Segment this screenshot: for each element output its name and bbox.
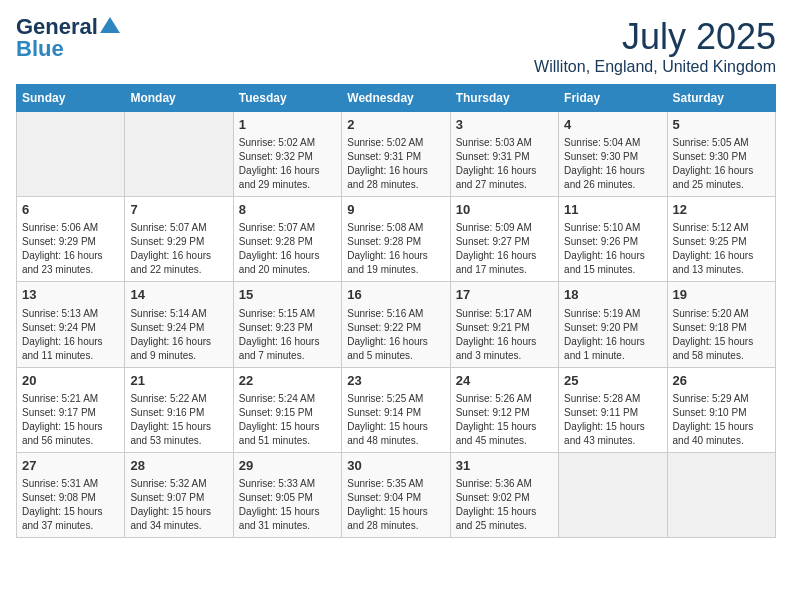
calendar-cell: 19Sunrise: 5:20 AMSunset: 9:18 PMDayligh… <box>667 282 775 367</box>
dow-header-saturday: Saturday <box>667 85 775 112</box>
day-info: Sunrise: 5:24 AMSunset: 9:15 PMDaylight:… <box>239 392 336 448</box>
day-info: Sunrise: 5:09 AMSunset: 9:27 PMDaylight:… <box>456 221 553 277</box>
calendar-cell: 8Sunrise: 5:07 AMSunset: 9:28 PMDaylight… <box>233 197 341 282</box>
day-info: Sunrise: 5:35 AMSunset: 9:04 PMDaylight:… <box>347 477 444 533</box>
calendar-cell: 28Sunrise: 5:32 AMSunset: 9:07 PMDayligh… <box>125 452 233 537</box>
calendar-cell: 14Sunrise: 5:14 AMSunset: 9:24 PMDayligh… <box>125 282 233 367</box>
calendar-cell <box>125 112 233 197</box>
calendar-cell: 16Sunrise: 5:16 AMSunset: 9:22 PMDayligh… <box>342 282 450 367</box>
day-info: Sunrise: 5:22 AMSunset: 9:16 PMDaylight:… <box>130 392 227 448</box>
day-number: 29 <box>239 457 336 475</box>
calendar-cell: 7Sunrise: 5:07 AMSunset: 9:29 PMDaylight… <box>125 197 233 282</box>
calendar-cell: 4Sunrise: 5:04 AMSunset: 9:30 PMDaylight… <box>559 112 667 197</box>
calendar-cell: 23Sunrise: 5:25 AMSunset: 9:14 PMDayligh… <box>342 367 450 452</box>
calendar-cell: 22Sunrise: 5:24 AMSunset: 9:15 PMDayligh… <box>233 367 341 452</box>
day-info: Sunrise: 5:03 AMSunset: 9:31 PMDaylight:… <box>456 136 553 192</box>
day-number: 24 <box>456 372 553 390</box>
day-info: Sunrise: 5:05 AMSunset: 9:30 PMDaylight:… <box>673 136 770 192</box>
day-info: Sunrise: 5:16 AMSunset: 9:22 PMDaylight:… <box>347 307 444 363</box>
calendar-cell <box>559 452 667 537</box>
calendar-cell: 30Sunrise: 5:35 AMSunset: 9:04 PMDayligh… <box>342 452 450 537</box>
calendar-cell: 18Sunrise: 5:19 AMSunset: 9:20 PMDayligh… <box>559 282 667 367</box>
calendar-cell: 25Sunrise: 5:28 AMSunset: 9:11 PMDayligh… <box>559 367 667 452</box>
logo-text-blue: Blue <box>16 38 64 60</box>
day-info: Sunrise: 5:29 AMSunset: 9:10 PMDaylight:… <box>673 392 770 448</box>
day-info: Sunrise: 5:14 AMSunset: 9:24 PMDaylight:… <box>130 307 227 363</box>
calendar-cell: 24Sunrise: 5:26 AMSunset: 9:12 PMDayligh… <box>450 367 558 452</box>
day-number: 10 <box>456 201 553 219</box>
day-number: 12 <box>673 201 770 219</box>
day-number: 26 <box>673 372 770 390</box>
day-info: Sunrise: 5:31 AMSunset: 9:08 PMDaylight:… <box>22 477 119 533</box>
day-number: 9 <box>347 201 444 219</box>
day-number: 25 <box>564 372 661 390</box>
day-number: 22 <box>239 372 336 390</box>
calendar-cell: 1Sunrise: 5:02 AMSunset: 9:32 PMDaylight… <box>233 112 341 197</box>
day-number: 23 <box>347 372 444 390</box>
calendar-cell: 12Sunrise: 5:12 AMSunset: 9:25 PMDayligh… <box>667 197 775 282</box>
day-info: Sunrise: 5:06 AMSunset: 9:29 PMDaylight:… <box>22 221 119 277</box>
dow-header-wednesday: Wednesday <box>342 85 450 112</box>
day-info: Sunrise: 5:20 AMSunset: 9:18 PMDaylight:… <box>673 307 770 363</box>
calendar-cell: 15Sunrise: 5:15 AMSunset: 9:23 PMDayligh… <box>233 282 341 367</box>
calendar-cell <box>667 452 775 537</box>
day-number: 16 <box>347 286 444 304</box>
day-info: Sunrise: 5:12 AMSunset: 9:25 PMDaylight:… <box>673 221 770 277</box>
day-number: 19 <box>673 286 770 304</box>
day-number: 2 <box>347 116 444 134</box>
day-info: Sunrise: 5:17 AMSunset: 9:21 PMDaylight:… <box>456 307 553 363</box>
day-number: 30 <box>347 457 444 475</box>
calendar-cell: 27Sunrise: 5:31 AMSunset: 9:08 PMDayligh… <box>17 452 125 537</box>
dow-header-monday: Monday <box>125 85 233 112</box>
day-number: 7 <box>130 201 227 219</box>
calendar-cell: 5Sunrise: 5:05 AMSunset: 9:30 PMDaylight… <box>667 112 775 197</box>
day-info: Sunrise: 5:28 AMSunset: 9:11 PMDaylight:… <box>564 392 661 448</box>
day-number: 28 <box>130 457 227 475</box>
day-number: 11 <box>564 201 661 219</box>
day-number: 21 <box>130 372 227 390</box>
day-info: Sunrise: 5:10 AMSunset: 9:26 PMDaylight:… <box>564 221 661 277</box>
calendar-cell: 9Sunrise: 5:08 AMSunset: 9:28 PMDaylight… <box>342 197 450 282</box>
logo-text-general: General <box>16 16 98 38</box>
logo: General Blue <box>16 16 120 60</box>
calendar-cell: 29Sunrise: 5:33 AMSunset: 9:05 PMDayligh… <box>233 452 341 537</box>
day-info: Sunrise: 5:08 AMSunset: 9:28 PMDaylight:… <box>347 221 444 277</box>
day-number: 5 <box>673 116 770 134</box>
day-info: Sunrise: 5:33 AMSunset: 9:05 PMDaylight:… <box>239 477 336 533</box>
day-number: 15 <box>239 286 336 304</box>
dow-header-sunday: Sunday <box>17 85 125 112</box>
logo-icon <box>100 15 120 35</box>
day-info: Sunrise: 5:26 AMSunset: 9:12 PMDaylight:… <box>456 392 553 448</box>
day-number: 27 <box>22 457 119 475</box>
day-info: Sunrise: 5:07 AMSunset: 9:29 PMDaylight:… <box>130 221 227 277</box>
calendar-cell: 13Sunrise: 5:13 AMSunset: 9:24 PMDayligh… <box>17 282 125 367</box>
day-number: 31 <box>456 457 553 475</box>
svg-marker-0 <box>100 17 120 33</box>
dow-header-tuesday: Tuesday <box>233 85 341 112</box>
day-info: Sunrise: 5:19 AMSunset: 9:20 PMDaylight:… <box>564 307 661 363</box>
calendar-cell: 10Sunrise: 5:09 AMSunset: 9:27 PMDayligh… <box>450 197 558 282</box>
day-info: Sunrise: 5:36 AMSunset: 9:02 PMDaylight:… <box>456 477 553 533</box>
day-info: Sunrise: 5:13 AMSunset: 9:24 PMDaylight:… <box>22 307 119 363</box>
day-info: Sunrise: 5:07 AMSunset: 9:28 PMDaylight:… <box>239 221 336 277</box>
calendar-cell: 6Sunrise: 5:06 AMSunset: 9:29 PMDaylight… <box>17 197 125 282</box>
calendar-table: SundayMondayTuesdayWednesdayThursdayFrid… <box>16 84 776 538</box>
location-subtitle: Williton, England, United Kingdom <box>534 58 776 76</box>
day-info: Sunrise: 5:02 AMSunset: 9:32 PMDaylight:… <box>239 136 336 192</box>
page-header: General Blue July 2025 Williton, England… <box>16 16 776 76</box>
day-number: 3 <box>456 116 553 134</box>
calendar-cell: 31Sunrise: 5:36 AMSunset: 9:02 PMDayligh… <box>450 452 558 537</box>
day-number: 4 <box>564 116 661 134</box>
day-info: Sunrise: 5:15 AMSunset: 9:23 PMDaylight:… <box>239 307 336 363</box>
day-info: Sunrise: 5:02 AMSunset: 9:31 PMDaylight:… <box>347 136 444 192</box>
day-number: 13 <box>22 286 119 304</box>
calendar-cell: 3Sunrise: 5:03 AMSunset: 9:31 PMDaylight… <box>450 112 558 197</box>
calendar-cell: 26Sunrise: 5:29 AMSunset: 9:10 PMDayligh… <box>667 367 775 452</box>
calendar-cell: 2Sunrise: 5:02 AMSunset: 9:31 PMDaylight… <box>342 112 450 197</box>
month-year-title: July 2025 <box>534 16 776 58</box>
day-number: 1 <box>239 116 336 134</box>
day-info: Sunrise: 5:25 AMSunset: 9:14 PMDaylight:… <box>347 392 444 448</box>
day-number: 18 <box>564 286 661 304</box>
day-number: 8 <box>239 201 336 219</box>
calendar-cell: 11Sunrise: 5:10 AMSunset: 9:26 PMDayligh… <box>559 197 667 282</box>
